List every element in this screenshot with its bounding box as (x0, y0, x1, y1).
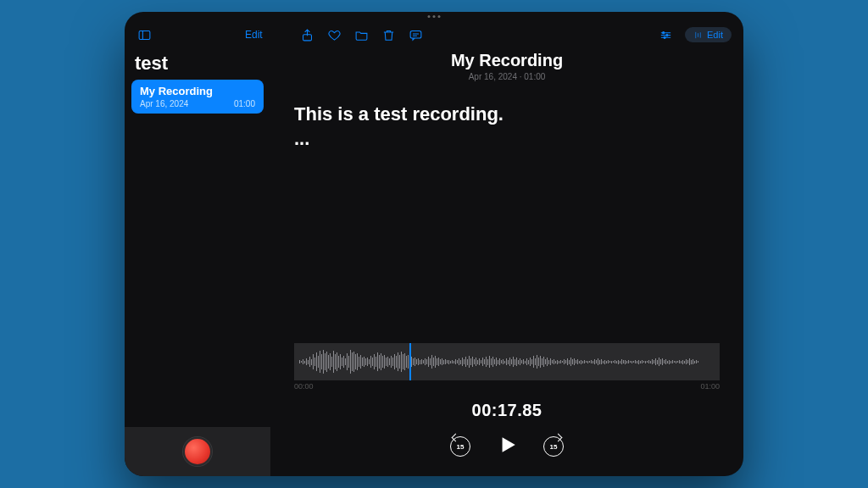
trash-icon[interactable] (381, 27, 397, 42)
current-time: 00:17.85 (270, 401, 743, 420)
svg-rect-0 (139, 30, 150, 39)
record-button[interactable] (183, 437, 212, 466)
skip-forward-button[interactable]: 15 (543, 436, 564, 457)
skip-back-button[interactable]: 15 (450, 436, 470, 457)
transcript-icon[interactable] (409, 27, 424, 42)
waveform[interactable] (294, 343, 720, 380)
sidebar: test My Recording Apr 16, 2024 01:00 (125, 49, 270, 476)
window-handle-dots (428, 15, 441, 18)
options-icon[interactable] (658, 27, 673, 42)
edit-recording-button[interactable]: Edit (685, 27, 732, 42)
folder-title: test (125, 49, 270, 80)
recording-name: My Recording (140, 85, 255, 97)
toolbar: Edit Edit (125, 20, 743, 49)
play-button[interactable] (496, 434, 518, 459)
time-end: 01:00 (700, 382, 720, 391)
share-icon[interactable] (300, 27, 315, 42)
recording-title: My Recording (270, 51, 743, 70)
time-start: 00:00 (294, 382, 314, 391)
detail-pane: My Recording Apr 16, 2024 · 01:00 This i… (270, 49, 743, 476)
svg-point-9 (662, 31, 664, 33)
recording-subtitle: Apr 16, 2024 · 01:00 (270, 72, 743, 81)
svg-point-10 (665, 34, 667, 36)
recording-duration: 01:00 (234, 99, 255, 108)
folder-icon[interactable] (354, 27, 370, 42)
transcript-continuation: ... (270, 128, 743, 150)
content: test My Recording Apr 16, 2024 01:00 My … (125, 49, 743, 476)
recording-list-item[interactable]: My Recording Apr 16, 2024 01:00 (131, 80, 264, 114)
svg-rect-3 (410, 30, 421, 38)
sidebar-footer (125, 427, 270, 476)
svg-point-11 (664, 36, 665, 38)
transcript-text: This is a test recording. (270, 81, 743, 128)
edit-recording-label: Edit (707, 30, 723, 40)
playback-controls: 15 15 (270, 434, 743, 459)
edit-button-left[interactable]: Edit (245, 29, 263, 41)
sidebar-toggle-icon[interactable] (136, 27, 152, 42)
playhead[interactable] (409, 343, 411, 380)
favorite-icon[interactable] (327, 27, 342, 42)
app-window: Edit Edit test My Recording (125, 12, 743, 476)
